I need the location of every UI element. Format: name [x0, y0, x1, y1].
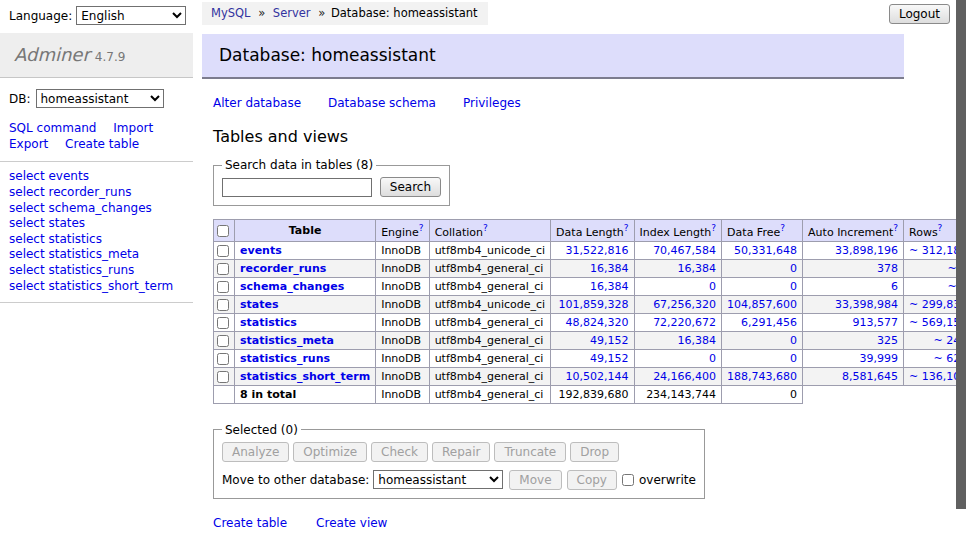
cell-index-length[interactable]: 16,384	[634, 259, 722, 277]
move-row: Move to other database:homeassistantMove…	[222, 470, 696, 490]
row-checkbox[interactable]	[217, 281, 229, 293]
language-select[interactable]: English	[76, 6, 186, 25]
help-link[interactable]: ?	[419, 223, 424, 233]
row-checkbox[interactable]	[217, 317, 229, 329]
cell-data-length[interactable]: 10,502,144	[551, 367, 634, 385]
row-checkbox[interactable]	[217, 263, 229, 275]
analyze-button[interactable]: Analyze	[222, 442, 289, 462]
cell-index-length[interactable]: 67,256,320	[634, 295, 722, 313]
create-table-link[interactable]: Create table	[213, 516, 287, 530]
cell-data-free[interactable]: 0	[722, 259, 803, 277]
table-link-recorder-runs[interactable]: recorder_runs	[240, 262, 326, 275]
cell-auto-increment[interactable]: 325	[803, 331, 904, 349]
sidebar-actions: SQL command Import Export Create table	[0, 117, 193, 152]
table-link-events[interactable]: events	[240, 244, 282, 257]
cell-auto-increment[interactable]: 33,898,196	[803, 241, 904, 259]
cell-auto-increment[interactable]: 913,577	[803, 313, 904, 331]
database-schema-link[interactable]: Database schema	[328, 96, 436, 110]
cell-data-free[interactable]: 0	[722, 331, 803, 349]
cell-data-length[interactable]: 16,384	[551, 259, 634, 277]
cell-data-free[interactable]: 0	[722, 349, 803, 367]
sidebar-select-schema-changes[interactable]: select schema_changes	[9, 201, 184, 217]
move-database-select[interactable]: homeassistant	[373, 470, 503, 489]
sidebar-action-export[interactable]: Export	[9, 136, 48, 152]
help-link[interactable]: ?	[938, 223, 943, 233]
cell-index-length[interactable]: 16,384	[634, 331, 722, 349]
row-checkbox[interactable]	[217, 353, 229, 365]
search-button[interactable]: Search	[380, 177, 441, 197]
help-link[interactable]: ?	[711, 223, 716, 233]
db-select[interactable]: homeassistant	[36, 89, 164, 108]
sidebar-select-statistics-runs[interactable]: select statistics_runs	[9, 263, 184, 279]
search-input[interactable]	[222, 178, 372, 197]
optimize-button[interactable]: Optimize	[293, 442, 367, 462]
privileges-link[interactable]: Privileges	[463, 96, 521, 110]
table-link-schema-changes[interactable]: schema_changes	[240, 280, 344, 293]
help-link[interactable]: ?	[483, 223, 488, 233]
cell-index-length[interactable]: 0	[634, 277, 722, 295]
cell-data-length[interactable]: 48,824,320	[551, 313, 634, 331]
cell-auto-increment[interactable]: 39,999	[803, 349, 904, 367]
help-link[interactable]: ?	[780, 223, 785, 233]
table-link-statistics-short-term[interactable]: statistics_short_term	[240, 370, 370, 383]
sidebar-action-sql-command[interactable]: SQL command	[9, 120, 96, 136]
row-checkbox[interactable]	[217, 335, 229, 347]
table-row: statisticsInnoDButf8mb4_general_ci48,824…	[214, 313, 966, 331]
overwrite-checkbox[interactable]	[622, 474, 634, 486]
cell-auto-increment[interactable]: 8,581,645	[803, 367, 904, 385]
drop-button[interactable]: Drop	[570, 442, 619, 462]
cell-data-length[interactable]: 101,859,328	[551, 295, 634, 313]
column-label: Index Length	[640, 226, 712, 239]
cell-auto-increment[interactable]: 33,398,984	[803, 295, 904, 313]
truncate-button[interactable]: Truncate	[494, 442, 566, 462]
cell-auto-increment[interactable]: 378	[803, 259, 904, 277]
create-view-link[interactable]: Create view	[316, 516, 387, 530]
logout-button[interactable]: Logout	[889, 4, 950, 24]
breadcrumb-link-mysql[interactable]: MySQL	[211, 6, 251, 20]
selected-action-buttons: AnalyzeOptimizeCheckRepairTruncateDrop	[222, 442, 696, 462]
select-all-checkbox[interactable]	[217, 225, 229, 237]
cell-engine: InnoDB	[376, 367, 429, 385]
sidebar-action-create-table[interactable]: Create table	[65, 136, 139, 152]
cell-data-length[interactable]: 31,522,816	[551, 241, 634, 259]
sidebar-select-states[interactable]: select states	[9, 216, 184, 232]
table-link-states[interactable]: states	[240, 298, 279, 311]
cell-index-length[interactable]: 0	[634, 349, 722, 367]
cell-data-length[interactable]: 16,384	[551, 277, 634, 295]
help-link[interactable]: ?	[624, 223, 629, 233]
check-button[interactable]: Check	[371, 442, 428, 462]
cell-data-free[interactable]: 104,857,600	[722, 295, 803, 313]
cell-data-length[interactable]: 49,152	[551, 349, 634, 367]
vertical-scrollbar[interactable]	[956, 0, 966, 543]
row-checkbox[interactable]	[217, 245, 229, 257]
cell-data-free[interactable]: 50,331,648	[722, 241, 803, 259]
row-checkbox[interactable]	[217, 299, 229, 311]
table-link-statistics-meta[interactable]: statistics_meta	[240, 334, 334, 347]
table-link-statistics-runs[interactable]: statistics_runs	[240, 352, 330, 365]
cell-data-free[interactable]: 188,743,680	[722, 367, 803, 385]
sidebar-select-statistics-meta[interactable]: select statistics_meta	[9, 247, 184, 263]
move-button[interactable]: Move	[509, 470, 561, 490]
sidebar-action-import[interactable]: Import	[113, 120, 153, 136]
breadcrumb-link-server[interactable]: Server	[273, 6, 311, 20]
help-link[interactable]: ?	[893, 223, 898, 233]
table-row: recorder_runsInnoDButf8mb4_general_ci16,…	[214, 259, 966, 277]
sidebar-select-statistics-short-term[interactable]: select statistics_short_term	[9, 279, 184, 295]
sidebar-select-statistics[interactable]: select statistics	[9, 232, 184, 248]
total-engine-cell: InnoDB	[376, 385, 429, 403]
copy-button[interactable]: Copy	[567, 470, 617, 490]
alter-database-link[interactable]: Alter database	[213, 96, 301, 110]
cell-data-length[interactable]: 49,152	[551, 331, 634, 349]
cell-data-free[interactable]: 0	[722, 277, 803, 295]
table-link-statistics[interactable]: statistics	[240, 316, 297, 329]
row-checkbox[interactable]	[217, 371, 229, 383]
sidebar-select-recorder-runs[interactable]: select recorder_runs	[9, 185, 184, 201]
scrollbar-thumb[interactable]	[956, 0, 966, 509]
cell-index-length[interactable]: 24,166,400	[634, 367, 722, 385]
cell-data-free[interactable]: 6,291,456	[722, 313, 803, 331]
repair-button[interactable]: Repair	[432, 442, 490, 462]
cell-auto-increment[interactable]: 6	[803, 277, 904, 295]
cell-index-length[interactable]: 72,220,672	[634, 313, 722, 331]
cell-index-length[interactable]: 70,467,584	[634, 241, 722, 259]
sidebar-select-events[interactable]: select events	[9, 169, 184, 185]
